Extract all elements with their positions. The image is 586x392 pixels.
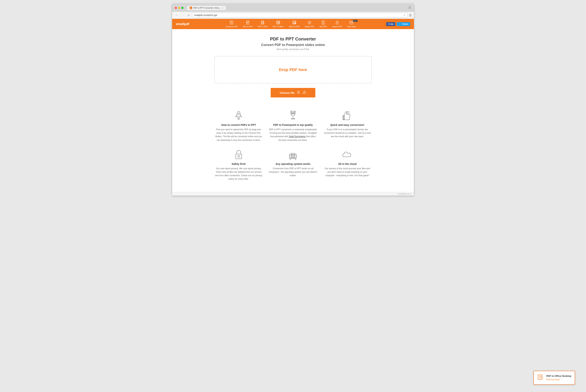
svg-rect-10	[262, 22, 264, 24]
close-window-button[interactable]	[175, 7, 177, 9]
nav-label-unlock-pdf: Unlock PDF	[332, 26, 342, 28]
forward-button[interactable]: →	[181, 13, 185, 17]
svg-rect-37	[343, 116, 344, 120]
split-pdf-icon	[321, 20, 325, 25]
facebook-icon: f	[388, 23, 389, 25]
url-text: smallpdf.com/pdf-to-ppt	[194, 14, 217, 16]
dropbox-icon	[297, 90, 300, 95]
tab-bar: S PDF to PPT Converter | Sma… ×	[187, 6, 405, 10]
merge-pdf-icon	[307, 20, 312, 25]
twitter-follow-button[interactable]: 🐦 Follow	[397, 22, 410, 26]
feature-title-0: How to convert PDFs to PPT	[214, 124, 263, 126]
svg-rect-16	[293, 21, 295, 24]
nav-item-unlock-pdf[interactable]: Unlock PDF	[330, 19, 344, 29]
feature-top-quality: PDF to Powerpoint in top quality PDF to …	[269, 110, 318, 142]
svg-rect-38	[236, 154, 242, 159]
facebook-like-button[interactable]: f Like	[386, 22, 395, 26]
feature-title-4: Any operating system works	[269, 162, 318, 166]
svg-rect-26	[336, 22, 338, 24]
nav-item-send-letter[interactable]: Send letter NEW	[344, 19, 358, 29]
lock-icon	[214, 149, 263, 160]
drop-zone-text: Drop PDF here	[279, 68, 307, 72]
nav-label-pdf-to-jpg: PDF to JPG	[258, 26, 268, 28]
bookmark-icon[interactable]: ★	[403, 14, 406, 17]
address-bar[interactable]: smallpdf.com/pdf-to-ppt ★	[192, 13, 408, 18]
nav-item-pdf-to-office[interactable]: PDF to Office	[270, 19, 286, 29]
traffic-lights	[175, 7, 183, 9]
feature-desc-2: If your PDF is in a presentation format,…	[323, 128, 372, 138]
feature-desc-3: You care about privacy. We care about pr…	[214, 167, 263, 181]
svg-point-49	[295, 158, 296, 159]
tab-close-button[interactable]: ×	[222, 7, 223, 9]
nav-item-split-pdf[interactable]: Split PDF	[317, 19, 330, 29]
nav-label-merge-pdf: Merge PDF	[305, 26, 314, 28]
feature-safety: Safety first! You care about privacy. We…	[214, 149, 263, 181]
pdf-to-office-icon	[276, 20, 280, 25]
site-header: smallpdf Compress PDF	[172, 19, 414, 29]
trophy-icon	[269, 110, 318, 121]
feature-desc-5: Our servers in the cloud process your fi…	[323, 167, 372, 178]
feature-cloud: All in the cloud Our servers in the clou…	[323, 149, 372, 181]
wrench-icon	[269, 149, 318, 160]
nav-label-split-pdf: Split PDF	[319, 26, 327, 28]
tab-favicon: S	[189, 6, 192, 9]
feature-title-3: Safety first!	[214, 162, 263, 166]
back-button[interactable]: ←	[174, 13, 179, 17]
choose-file-button[interactable]: Choose file	[271, 88, 316, 98]
pdf-to-jpg-icon	[261, 20, 265, 25]
nav-label-office-to-pdf: Office to PDF	[289, 26, 300, 28]
compress-pdf-icon	[229, 20, 233, 25]
jpg-to-pdf-icon	[246, 20, 250, 25]
svg-point-8	[247, 22, 248, 23]
svg-point-30	[238, 113, 239, 115]
nav-item-compress-pdf[interactable]: Compress PDF	[223, 19, 240, 29]
browser-window: S PDF to PPT Converter | Sma… × ← → ⟳ sm…	[172, 4, 414, 196]
nav-label-pdf-to-office: PDF to Office	[273, 26, 284, 28]
title-bar: S PDF to PPT Converter | Sma… ×	[172, 4, 414, 12]
cloud-icon	[323, 149, 372, 160]
feature-quick-easy: Quick and easy conversion! If your PDF i…	[323, 110, 372, 142]
svg-point-48	[290, 158, 291, 159]
refresh-button[interactable]: ⟳	[187, 14, 191, 17]
footer-credit: ColorMango.com	[397, 193, 411, 195]
nav-items: Compress PDF JPG to PDF	[195, 19, 386, 29]
page-footer: ColorMango.com	[172, 192, 414, 196]
gdrive-icon	[303, 90, 306, 95]
nav-item-office-to-pdf[interactable]: Office to PDF	[286, 19, 302, 29]
browser-tab[interactable]: S PDF to PPT Converter | Sma… ×	[187, 6, 226, 10]
feature-desc-4: Conversion from PDF to PPT works on all …	[269, 167, 318, 178]
feature-desc-1: PDF to PPT conversion is extremely compl…	[269, 128, 318, 142]
nav-item-jpg-to-pdf[interactable]: JPG to PDF	[240, 19, 255, 29]
nav-item-merge-pdf[interactable]: Merge PDF	[302, 19, 317, 29]
feature-title-1: PDF to Powerpoint in top quality	[269, 124, 318, 126]
tab-title: PDF to PPT Converter | Sma…	[193, 7, 221, 9]
main-content: PDF to PPT Converter Convert PDF to Powe…	[211, 29, 375, 192]
browser-menu-icon[interactable]: ☰	[409, 14, 412, 17]
nav-label-send-letter: Send letter	[347, 26, 356, 28]
nav-item-pdf-to-jpg[interactable]: PDF to JPG	[255, 19, 270, 29]
page-content: smallpdf Compress PDF	[172, 19, 414, 196]
page-subtitle: Convert PDF to Powerpoint slides online	[214, 43, 372, 47]
page-title: PDF to PPT Converter	[214, 36, 372, 42]
navigation-bar: ← → ⟳ smallpdf.com/pdf-to-ppt ★ ☰	[172, 12, 414, 19]
choose-file-label: Choose file	[280, 91, 295, 94]
svg-rect-46	[292, 158, 294, 158]
twitter-icon: 🐦	[399, 23, 401, 25]
minimize-window-button[interactable]	[178, 7, 180, 9]
follow-label: Follow	[402, 23, 408, 25]
unlock-pdf-icon	[335, 20, 339, 25]
svg-rect-42	[291, 153, 295, 154]
nav-label-compress-pdf: Compress PDF	[225, 26, 238, 28]
office-to-pdf-icon	[292, 20, 296, 25]
rocket-icon	[214, 110, 263, 121]
maximize-window-button[interactable]	[181, 7, 183, 9]
site-logo[interactable]: smallpdf	[176, 22, 189, 26]
solid-documents-link[interactable]: Solid Documents	[289, 135, 305, 138]
drop-zone[interactable]: Drop PDF here	[214, 56, 372, 84]
feature-title-2: Quick and easy conversion!	[323, 124, 372, 126]
user-profile-icon[interactable]	[408, 6, 411, 10]
nav-label-jpg-to-pdf: JPG to PDF	[243, 26, 253, 28]
svg-point-2	[409, 6, 410, 8]
feature-desc-0: First you need to upload the PDF by drag…	[214, 128, 263, 142]
thumbsup-icon	[323, 110, 372, 121]
